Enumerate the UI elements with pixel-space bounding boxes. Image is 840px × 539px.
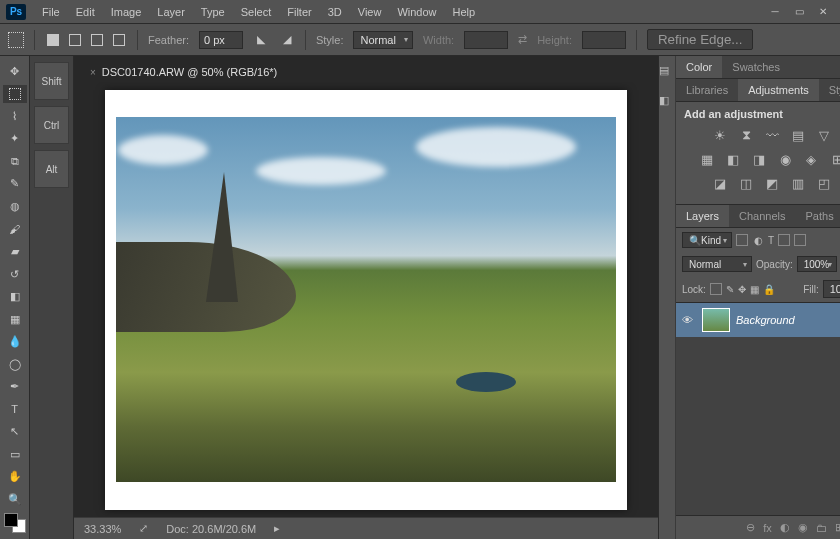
zoom-tool-icon[interactable]: 🔍 <box>3 490 27 509</box>
brightness-icon[interactable]: ☀ <box>711 126 729 144</box>
status-more-icon[interactable]: ▸ <box>274 522 280 535</box>
layer-fx-icon[interactable]: fx <box>763 522 772 534</box>
blur-tool-icon[interactable]: 💧 <box>3 332 27 351</box>
history-brush-icon[interactable]: ↺ <box>3 265 27 284</box>
hue-icon[interactable]: ▦ <box>698 150 716 168</box>
crop-tool-icon[interactable]: ⧉ <box>3 152 27 171</box>
healing-tool-icon[interactable]: ◍ <box>3 197 27 216</box>
foreground-color-swatch[interactable] <box>4 513 18 527</box>
tab-color[interactable]: Color <box>676 56 722 78</box>
type-tool-icon[interactable]: T <box>3 400 27 419</box>
invert-icon[interactable]: ◪ <box>711 174 729 192</box>
color-swatches[interactable] <box>4 513 26 533</box>
minimize-icon[interactable]: ─ <box>768 5 782 19</box>
curves-icon[interactable]: 〰 <box>763 126 781 144</box>
filter-smart-icon[interactable] <box>794 234 806 246</box>
tab-close-icon[interactable]: × <box>90 67 96 78</box>
selection-add-icon[interactable] <box>67 32 83 48</box>
marquee-tool-icon[interactable] <box>8 32 24 48</box>
eraser-tool-icon[interactable]: ◧ <box>3 287 27 306</box>
selection-new-icon[interactable] <box>45 32 61 48</box>
selective-color-icon[interactable]: ◰ <box>815 174 833 192</box>
lock-move-icon[interactable]: ✥ <box>738 284 746 295</box>
menu-edit[interactable]: Edit <box>68 2 103 22</box>
menu-window[interactable]: Window <box>389 2 444 22</box>
properties-panel-icon[interactable]: ◧ <box>659 94 675 110</box>
filter-shape-icon[interactable] <box>778 234 790 246</box>
menu-file[interactable]: File <box>34 2 68 22</box>
selection-subtract-icon[interactable] <box>89 32 105 48</box>
tab-channels[interactable]: Channels <box>729 205 795 227</box>
eyedropper-tool-icon[interactable]: ✎ <box>3 175 27 194</box>
color-balance-icon[interactable]: ◧ <box>724 150 742 168</box>
maximize-icon[interactable]: ▭ <box>792 5 806 19</box>
antialias2-icon[interactable]: ◢ <box>279 32 295 48</box>
opacity-input[interactable]: 100% <box>797 256 837 272</box>
layer-mask-icon[interactable]: ◐ <box>780 521 790 534</box>
expand-icon[interactable]: ⤢ <box>139 522 148 535</box>
menu-type[interactable]: Type <box>193 2 233 22</box>
move-tool-icon[interactable]: ✥ <box>3 62 27 81</box>
path-tool-icon[interactable]: ↖ <box>3 423 27 442</box>
canvas[interactable] <box>105 90 627 510</box>
menu-image[interactable]: Image <box>103 2 150 22</box>
layer-item[interactable]: 👁 Background 🔒 <box>676 303 840 337</box>
lock-artboard-icon[interactable]: ▦ <box>750 284 759 295</box>
threshold-icon[interactable]: ◩ <box>763 174 781 192</box>
fill-input[interactable]: 100% <box>823 280 840 298</box>
lock-all-icon[interactable]: 🔒 <box>763 284 775 295</box>
levels-icon[interactable]: ⧗ <box>737 126 755 144</box>
stamp-tool-icon[interactable]: ▰ <box>3 242 27 261</box>
style-dropdown[interactable]: Normal <box>353 31 412 49</box>
new-layer-icon[interactable]: ⊞ <box>835 521 840 534</box>
filter-adjust-icon[interactable]: ◐ <box>752 234 764 246</box>
link-layers-icon[interactable]: ⊖ <box>746 521 755 534</box>
menu-view[interactable]: View <box>350 2 390 22</box>
brush-tool-icon[interactable]: 🖌 <box>3 220 27 239</box>
feather-input[interactable] <box>199 31 243 49</box>
vibrance-icon[interactable]: ▽ <box>815 126 833 144</box>
lock-transparent-icon[interactable] <box>710 283 722 295</box>
document-tab[interactable]: × DSC01740.ARW @ 50% (RGB/16*) <box>80 62 287 82</box>
new-fill-icon[interactable]: ◉ <box>798 521 808 534</box>
tab-adjustments[interactable]: Adjustments <box>738 79 819 101</box>
pen-tool-icon[interactable]: ✒ <box>3 377 27 396</box>
tab-styles[interactable]: Styles <box>819 79 840 101</box>
history-panel-icon[interactable]: ▤ <box>659 64 675 80</box>
layer-name[interactable]: Background <box>736 314 795 326</box>
new-group-icon[interactable]: 🗀 <box>816 522 827 534</box>
tab-swatches[interactable]: Swatches <box>722 56 790 78</box>
hand-tool-icon[interactable]: ✋ <box>3 468 27 487</box>
tab-libraries[interactable]: Libraries <box>676 79 738 101</box>
antialias-icon[interactable]: ◣ <box>253 32 269 48</box>
shift-key-button[interactable]: Shift <box>34 62 69 100</box>
lookup-icon[interactable]: ⊞ <box>828 150 840 168</box>
menu-3d[interactable]: 3D <box>320 2 350 22</box>
shape-tool-icon[interactable]: ▭ <box>3 445 27 464</box>
channel-mixer-icon[interactable]: ◈ <box>802 150 820 168</box>
tab-layers[interactable]: Layers <box>676 205 729 227</box>
exposure-icon[interactable]: ▤ <box>789 126 807 144</box>
filter-type-icon[interactable]: T <box>768 235 774 246</box>
tab-paths[interactable]: Paths <box>796 205 840 227</box>
posterize-icon[interactable]: ◫ <box>737 174 755 192</box>
gradient-map-icon[interactable]: ▥ <box>789 174 807 192</box>
lasso-tool-icon[interactable]: ⌇ <box>3 107 27 126</box>
bw-icon[interactable]: ◨ <box>750 150 768 168</box>
marquee-tool-icon[interactable] <box>3 85 27 104</box>
lock-paint-icon[interactable]: ✎ <box>726 284 734 295</box>
ctrl-key-button[interactable]: Ctrl <box>34 106 69 144</box>
menu-help[interactable]: Help <box>445 2 484 22</box>
blend-mode-dropdown[interactable]: Normal <box>682 256 752 272</box>
dodge-tool-icon[interactable]: ◯ <box>3 355 27 374</box>
layer-filter-dropdown[interactable]: 🔍Kind <box>682 232 732 248</box>
gradient-tool-icon[interactable]: ▦ <box>3 310 27 329</box>
refine-edge-button[interactable]: Refine Edge... <box>647 29 753 50</box>
close-icon[interactable]: ✕ <box>816 5 830 19</box>
layer-thumbnail[interactable] <box>702 308 730 332</box>
menu-select[interactable]: Select <box>233 2 280 22</box>
selection-intersect-icon[interactable] <box>111 32 127 48</box>
visibility-icon[interactable]: 👁 <box>682 314 696 326</box>
photo-filter-icon[interactable]: ◉ <box>776 150 794 168</box>
zoom-level[interactable]: 33.33% <box>84 523 121 535</box>
